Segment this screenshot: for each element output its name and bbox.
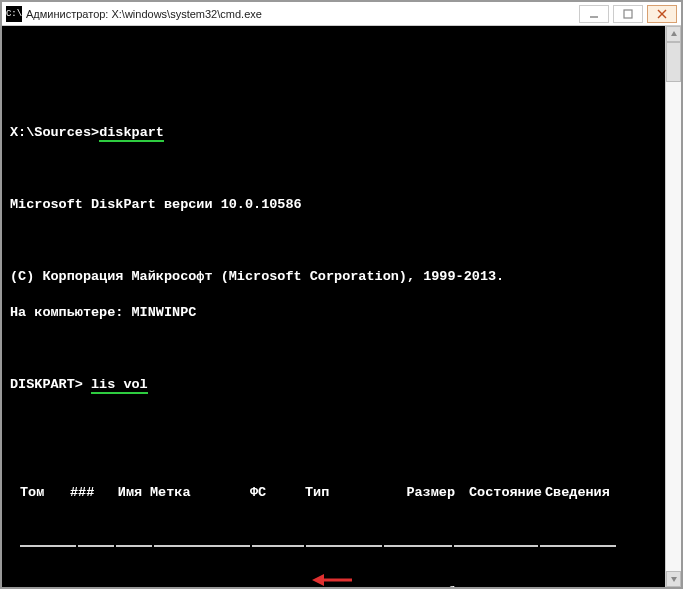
- window-title: Администратор: X:\windows\system32\cmd.e…: [26, 8, 579, 20]
- output-line: [10, 232, 675, 250]
- cmd-window: C:\ Администратор: X:\windows\system32\c…: [0, 0, 683, 589]
- cmd-icon-text: C:\: [6, 9, 22, 19]
- table-header: Том ### Имя Метка ФС Тип Размер Состояни…: [10, 484, 675, 502]
- table-separator: [10, 539, 675, 547]
- cell: Исправен: [455, 584, 545, 587]
- svg-marker-5: [312, 574, 324, 586]
- output-line: На компьютере: MINWINPC: [10, 304, 675, 322]
- output-line: [10, 412, 675, 430]
- cell: 3064 Мб: [385, 584, 455, 587]
- col-name: Имя: [110, 484, 150, 502]
- col-label: Метка: [150, 484, 250, 502]
- scrollbar[interactable]: [665, 26, 681, 587]
- scroll-thumb[interactable]: [666, 42, 681, 82]
- output-line: Microsoft DiskPart версии 10.0.10586: [10, 196, 675, 214]
- titlebar[interactable]: C:\ Администратор: X:\windows\system32\c…: [2, 2, 681, 26]
- arrow-icon: [312, 573, 352, 587]
- scroll-down-button[interactable]: [666, 571, 681, 587]
- col-status: Состояние: [455, 484, 545, 502]
- col-tom: Том: [10, 484, 70, 502]
- col-type: Тип: [305, 484, 385, 502]
- col-info: Сведения: [545, 484, 625, 502]
- scroll-track[interactable]: [666, 82, 681, 571]
- cell: [545, 584, 625, 587]
- cell: 0: [70, 584, 110, 587]
- maximize-button[interactable]: [613, 5, 643, 23]
- cell: Том: [10, 584, 70, 587]
- output-line: (C) Корпорация Майкрософт (Microsoft Cor…: [10, 268, 675, 286]
- output-line: [10, 340, 675, 358]
- scroll-up-button[interactable]: [666, 26, 681, 42]
- svg-marker-6: [671, 31, 677, 36]
- volume-table: Том ### Имя Метка ФС Тип Размер Состояни…: [10, 448, 675, 587]
- svg-rect-1: [624, 10, 632, 18]
- terminal-content: X:\Sources>diskpart Microsoft DiskPart в…: [10, 70, 675, 587]
- col-fs: ФС: [250, 484, 305, 502]
- cmd-lisvol: lis vol: [91, 377, 148, 394]
- output-line: [10, 88, 675, 106]
- cmd-diskpart: diskpart: [99, 125, 164, 142]
- close-button[interactable]: [647, 5, 677, 23]
- svg-marker-7: [671, 577, 677, 582]
- prompt-line: X:\Sources>diskpart: [10, 124, 675, 142]
- col-size: Размер: [385, 484, 455, 502]
- prompt: X:\Sources>: [10, 125, 99, 140]
- prompt: DISKPART>: [10, 377, 91, 392]
- col-num: ###: [70, 484, 110, 502]
- cell: F: [110, 584, 150, 587]
- terminal-area[interactable]: X:\Sources>diskpart Microsoft DiskPart в…: [2, 26, 681, 587]
- prompt-line: DISKPART> lis vol: [10, 376, 675, 394]
- output-line: [10, 160, 675, 178]
- cell: UDF: [250, 584, 305, 587]
- cell: ISO: [150, 584, 250, 587]
- minimize-button[interactable]: [579, 5, 609, 23]
- cmd-icon: C:\: [6, 6, 22, 22]
